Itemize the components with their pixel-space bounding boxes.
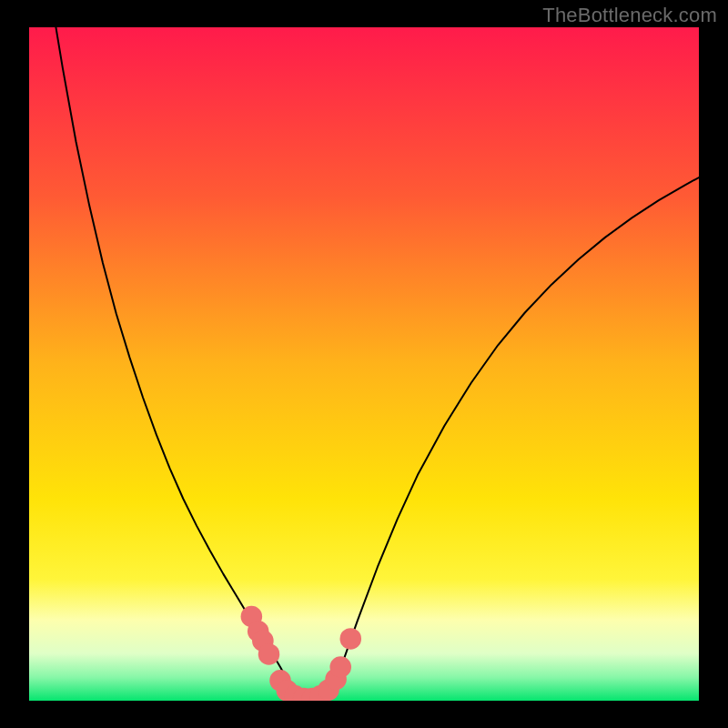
chart-svg (29, 27, 699, 701)
chart-background (29, 27, 699, 701)
marker-valley-band-8 (329, 656, 351, 678)
watermark-text: TheBottleneck.com (542, 4, 717, 27)
chart-plot-area (29, 27, 699, 701)
chart-frame: TheBottleneck.com (0, 0, 728, 728)
marker-right-outlier-0 (340, 628, 362, 650)
marker-left-cluster-3 (258, 643, 280, 665)
